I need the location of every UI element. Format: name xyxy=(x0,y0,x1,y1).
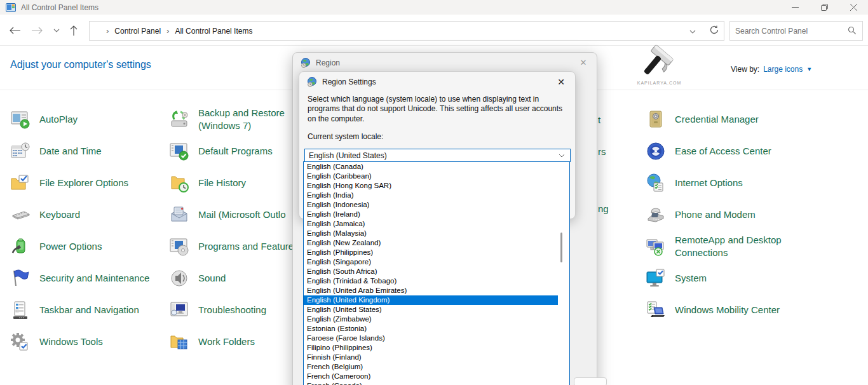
occluded-item-fragment: t xyxy=(598,114,600,125)
locale-option[interactable]: Estonian (Estonia) xyxy=(304,324,569,334)
item-label: Taskbar and Navigation xyxy=(39,304,139,316)
item-date-time[interactable]: Date and Time xyxy=(10,135,169,167)
item-autoplay[interactable]: AutoPlay xyxy=(10,104,169,135)
combobox-chevron-icon[interactable] xyxy=(559,152,565,159)
breadcrumb-all-items[interactable]: All Control Panel Items xyxy=(175,27,252,36)
item-system[interactable]: System xyxy=(646,262,804,294)
locale-option-selected[interactable]: English (United Kingdom) xyxy=(304,295,558,305)
dropdown-scrollbar-thumb[interactable] xyxy=(560,233,562,262)
region-dialog-partial-button[interactable] xyxy=(574,377,607,385)
locale-option[interactable]: English (Trinidad & Tobago) xyxy=(304,276,569,286)
item-internet-options[interactable]: Internet Options xyxy=(646,167,804,199)
region-dialog-title: Region xyxy=(316,58,340,67)
item-phone-modem[interactable]: Phone and Modem xyxy=(646,199,804,231)
close-button[interactable] xyxy=(839,0,868,15)
keyboard-icon xyxy=(10,205,31,225)
sound-icon xyxy=(169,268,189,288)
locale-option[interactable]: English (Hong Kong SAR) xyxy=(304,181,569,191)
locale-option[interactable]: English (India) xyxy=(304,191,569,200)
phone-modem-icon xyxy=(646,205,666,225)
occluded-item-fragment: rs xyxy=(598,146,606,157)
locale-option[interactable]: English (United Arab Emirates) xyxy=(304,286,569,295)
item-label: Troubleshooting xyxy=(198,304,266,316)
file-explorer-options-icon xyxy=(10,173,31,193)
address-dropdown-chevron-icon[interactable] xyxy=(689,27,696,36)
item-label: File Explorer Options xyxy=(39,177,128,189)
item-label: System xyxy=(675,272,707,285)
current-system-locale-label: Current system locale: xyxy=(299,124,575,141)
view-by-value[interactable]: Large icons xyxy=(763,65,803,74)
system-locale-combobox[interactable]: English (United States) xyxy=(304,149,571,162)
item-label: Ease of Access Center xyxy=(675,145,771,158)
recent-pages-chevron-icon[interactable] xyxy=(50,24,64,37)
locale-option[interactable]: French (Belgium) xyxy=(304,362,569,372)
search-box xyxy=(729,21,863,41)
locale-option[interactable]: English (Ireland) xyxy=(304,210,569,219)
forward-icon[interactable] xyxy=(30,24,44,37)
region-globe-icon xyxy=(307,77,317,87)
item-credential-manager[interactable]: Credential Manager xyxy=(646,104,804,135)
region-settings-close-icon[interactable]: ✕ xyxy=(555,77,567,87)
locale-option[interactable]: Finnish (Finland) xyxy=(304,353,569,362)
locale-option[interactable]: English (United States) xyxy=(304,305,569,314)
item-keyboard[interactable]: Keyboard xyxy=(10,199,169,231)
item-label: Programs and Feature xyxy=(198,240,294,253)
up-icon[interactable] xyxy=(67,24,81,37)
locale-option[interactable]: English (Philippines) xyxy=(304,248,569,257)
item-ease-of-access[interactable]: Ease of Access Center xyxy=(646,135,804,167)
item-taskbar-navigation[interactable]: Taskbar and Navigation xyxy=(10,294,169,326)
locale-option[interactable]: English (Singapore) xyxy=(304,257,569,267)
search-input[interactable] xyxy=(730,27,848,36)
item-power-options[interactable]: Power Options xyxy=(10,231,169,262)
system-icon xyxy=(646,268,666,288)
item-label: File History xyxy=(198,177,246,189)
item-security-maintenance[interactable]: Security and Maintenance xyxy=(10,262,169,294)
locale-option[interactable]: English (Malaysia) xyxy=(304,229,569,238)
credential-manager-icon xyxy=(646,109,666,130)
backup-restore-icon xyxy=(169,109,189,130)
locale-option[interactable]: English (Zimbabwe) xyxy=(304,314,569,324)
item-label: RemoteApp and Desktop Connections xyxy=(675,234,782,260)
programs-features-icon xyxy=(169,236,189,257)
breadcrumb-control-panel[interactable]: Control Panel xyxy=(114,27,161,36)
window-title: All Control Panel Items xyxy=(21,3,98,12)
locale-option[interactable]: English (South Africa) xyxy=(304,267,569,276)
locale-option[interactable]: English (Indonesia) xyxy=(304,200,569,210)
search-icon[interactable] xyxy=(848,25,856,37)
mobility-center-icon xyxy=(646,300,666,320)
locale-option[interactable]: Filipino (Philippines) xyxy=(304,343,569,353)
locale-dropdown-list: English (Canada) English (Caribbean) Eng… xyxy=(303,161,570,385)
work-folders-icon xyxy=(169,332,189,352)
region-settings-description: Select which language (system locale) to… xyxy=(299,92,575,124)
minimize-button[interactable] xyxy=(780,0,810,15)
date-time-icon xyxy=(10,141,31,161)
ease-of-access-icon xyxy=(646,141,666,161)
locale-option[interactable]: English (Canada) xyxy=(304,162,569,172)
locale-option[interactable]: English (Caribbean) xyxy=(304,172,569,181)
locale-option[interactable]: English (New Zealand) xyxy=(304,238,569,248)
back-icon[interactable] xyxy=(8,24,22,37)
breadcrumb-chevron-icon[interactable]: › xyxy=(161,26,175,36)
taskbar-navigation-icon xyxy=(10,300,31,320)
locale-option[interactable]: French (Canada) xyxy=(304,381,569,385)
refresh-icon[interactable] xyxy=(710,25,719,36)
region-dialog-close-icon[interactable]: ✕ xyxy=(578,58,589,67)
item-label: Sound xyxy=(198,272,226,285)
item-label: Windows Tools xyxy=(39,335,103,348)
breadcrumb-chevron-icon[interactable]: › xyxy=(90,26,114,36)
item-remoteapp[interactable]: RemoteApp and Desktop Connections xyxy=(646,231,804,262)
region-dialog-titlebar: Region ✕ xyxy=(293,53,597,72)
item-windows-tools[interactable]: Windows Tools xyxy=(10,326,169,358)
view-by-control: View by: Large icons ▼ xyxy=(731,65,812,74)
locale-option[interactable]: English (Jamaica) xyxy=(304,219,569,229)
item-file-explorer-options[interactable]: File Explorer Options xyxy=(10,167,169,199)
view-by-dropdown-icon[interactable]: ▼ xyxy=(806,66,812,72)
file-history-icon xyxy=(169,173,189,193)
locale-option[interactable]: French (Cameroon) xyxy=(304,372,569,381)
item-mobility-center[interactable]: Windows Mobility Center xyxy=(646,294,804,326)
region-settings-titlebar: Region Settings ✕ xyxy=(299,72,575,92)
security-maintenance-icon xyxy=(10,268,31,288)
item-label: Security and Maintenance xyxy=(39,272,149,285)
locale-option[interactable]: Faroese (Faroe Islands) xyxy=(304,334,569,343)
restore-button[interactable] xyxy=(810,0,839,15)
